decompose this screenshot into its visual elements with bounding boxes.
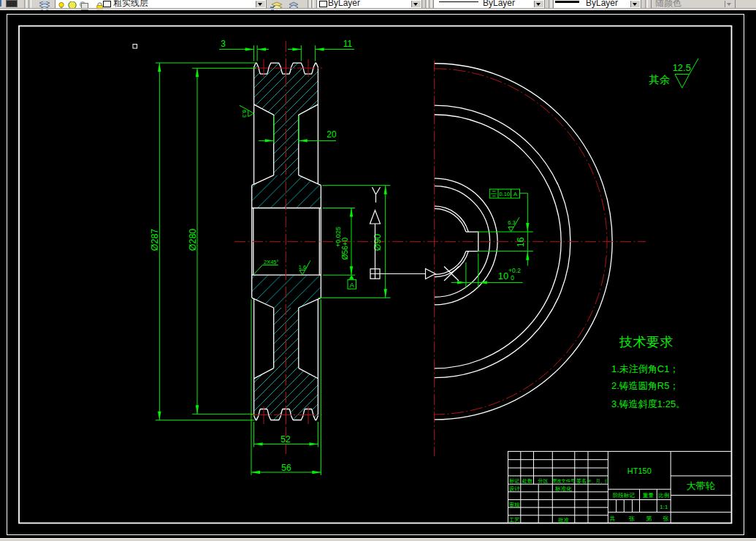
layer-combo-arrow[interactable] bbox=[256, 1, 265, 7]
tb-label-chushu: 处数 bbox=[522, 478, 533, 484]
tech-requirements: 技术要求 1.未注倒角C1； 2.铸造圆角R5； 3.铸造斜度1:25。 bbox=[611, 335, 685, 409]
tb-sheet-zhang2: 张 bbox=[663, 515, 669, 522]
dim-key-w: 16 bbox=[516, 237, 526, 247]
dim-web-width: 20 bbox=[327, 129, 337, 140]
roughness-keyway-value: 6.3 bbox=[508, 219, 515, 226]
ucs-x-label bbox=[444, 267, 459, 281]
tb-label-date: 年、月、日 bbox=[587, 479, 609, 484]
blip-mark bbox=[133, 45, 137, 49]
symmetry-symbol-icon bbox=[491, 192, 497, 196]
gdt-tolerance: 0.10 bbox=[499, 191, 510, 197]
toolbar: 粗实线层 ByLayer ByLa bbox=[0, 0, 756, 10]
tech-req-item1: 1.未注倒角C1； bbox=[611, 363, 679, 374]
toolbar-icon-rect[interactable] bbox=[6, 0, 18, 7]
tb-scale-value: 1:1 bbox=[660, 504, 668, 510]
tb-label-genggai: 更改文件号 bbox=[552, 478, 575, 483]
color-swatch bbox=[319, 1, 327, 7]
datum-feature-symbol: A bbox=[348, 276, 356, 289]
dim-key-d-tol-up: +0.2 bbox=[508, 267, 521, 274]
tb-label-standardize: 标准化 bbox=[554, 485, 572, 492]
plotstyle-combo-arrow[interactable] bbox=[725, 1, 734, 7]
title-block-texts: 标记 处数 分区 更改文件号 签名 年、月、日 设计 标准化 审核 工艺 批准 … bbox=[508, 466, 715, 523]
tech-req-item2: 2.铸造圆角R5； bbox=[611, 380, 679, 391]
tb-label-design: 设计 bbox=[509, 485, 521, 492]
dim-groove-offset: 3 bbox=[221, 39, 226, 49]
tb-label-process: 工艺 bbox=[509, 517, 521, 523]
datum-letter: A bbox=[350, 281, 354, 289]
dim-rim-w: 52 bbox=[280, 434, 291, 444]
dim-pitch-d: Ø280 bbox=[188, 229, 198, 251]
dim-bore-tol: +0.025 bbox=[335, 227, 342, 247]
ucs-y-label bbox=[373, 187, 381, 203]
tb-label-scale: 比例 bbox=[658, 492, 669, 499]
linetype-combo-arrow[interactable] bbox=[534, 1, 543, 7]
dim-groove-width: 11 bbox=[343, 39, 353, 49]
tech-req-item3: 3.铸造斜度1:25。 bbox=[611, 398, 685, 409]
ucs-icon bbox=[370, 187, 459, 281]
tb-label-qianming: 签名 bbox=[576, 478, 587, 484]
drawing-canvas[interactable]: 3 11 20 Ø287 Ø280 Ø56+0 +0.025 Ø90 52 56… bbox=[0, 10, 756, 538]
tb-sheet-no: 第 bbox=[646, 515, 652, 522]
tb-label-approve: 批准 bbox=[558, 517, 570, 523]
tb-label-weight: 重量 bbox=[643, 492, 654, 499]
linetype-sample bbox=[439, 1, 478, 2]
roughness-bore-value: 1.6 bbox=[299, 264, 306, 270]
dim-key-d: 10 bbox=[498, 270, 508, 281]
tech-req-title: 技术要求 bbox=[619, 335, 673, 349]
color-combo-arrow[interactable] bbox=[411, 1, 421, 7]
gdt-datum: A bbox=[513, 191, 517, 197]
linetype-value: ByLayer bbox=[483, 0, 515, 8]
lineweight-combo-arrow[interactable] bbox=[630, 1, 640, 7]
gdt-frame: 0.10 A bbox=[489, 189, 519, 198]
lineweight-sample bbox=[555, 1, 579, 3]
dim-od: Ø287 bbox=[150, 229, 160, 251]
command-area-edge bbox=[0, 538, 756, 541]
dim-key-d-tol-low: 0 bbox=[511, 274, 514, 281]
roughness-other-prefix: 其余 bbox=[649, 74, 671, 86]
cad-drawing: 3 11 20 Ø287 Ø280 Ø56+0 +0.025 Ø90 52 56… bbox=[0, 10, 756, 538]
autocad-window: 粗实线层 ByLayer ByLa bbox=[0, 0, 756, 541]
tb-sheet-total: 共 bbox=[610, 515, 616, 522]
plotstyle-value: 随颜色 bbox=[655, 0, 681, 8]
tb-label-fenqu: 分区 bbox=[537, 478, 548, 483]
dim-chamfer: 2X45° bbox=[264, 259, 279, 265]
toolbar-icon-fragment[interactable] bbox=[0, 0, 1, 7]
tb-label-review: 审核 bbox=[509, 502, 521, 508]
dim-hub-d: Ø90 bbox=[373, 234, 383, 251]
dimension-texts: 3 11 20 Ø287 Ø280 Ø56+0 +0.025 Ø90 52 56… bbox=[150, 39, 526, 473]
roughness-other-value: 12.5 bbox=[673, 62, 691, 73]
color-value: ByLayer bbox=[328, 0, 360, 8]
dim-hub-len: 56 bbox=[281, 463, 291, 473]
tb-sheet-zhang1: 张 bbox=[629, 515, 635, 522]
lineweight-value: ByLayer bbox=[586, 0, 618, 8]
layer-name: 粗实线层 bbox=[113, 0, 148, 8]
tb-label-stage: 阶段标记 bbox=[613, 492, 635, 499]
tb-part-name: 大带轮 bbox=[687, 480, 715, 491]
roughness-rim-side-value: 6.3 bbox=[241, 110, 248, 118]
tb-label-biaoji: 标记 bbox=[508, 478, 519, 484]
layer-color-swatch[interactable] bbox=[103, 1, 111, 7]
tb-material: HT150 bbox=[627, 466, 652, 475]
dim-bore: Ø56+0 bbox=[341, 237, 349, 260]
